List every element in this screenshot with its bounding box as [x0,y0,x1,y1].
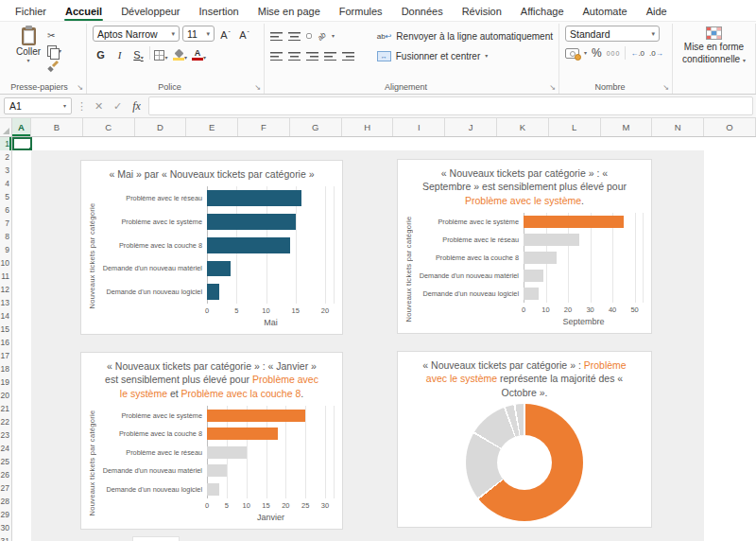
conditional-formatting-icon[interactable] [706,26,722,40]
donut-chart[interactable] [466,404,583,521]
column-header-j[interactable]: J [445,118,497,136]
bar[interactable] [207,237,290,253]
italic-button[interactable]: I [112,45,128,61]
percent-style-button[interactable]: % [592,46,602,60]
increase-decimal-icon[interactable]: ←.0 [630,49,644,58]
bar[interactable] [524,270,543,282]
align-left-icon[interactable] [270,51,283,61]
row-header-22[interactable]: 22 [0,415,11,428]
row-header-14[interactable]: 14 [0,309,11,323]
tab-insertion[interactable]: Insertion [190,2,249,21]
decrease-indent-icon[interactable] [324,51,336,61]
column-header-d[interactable]: D [135,118,187,136]
tab-formules[interactable]: Formules [330,2,392,21]
font-name-combo[interactable]: Aptos Narrow ▾ [93,26,180,42]
cancel-button[interactable]: ✕ [92,100,106,113]
worksheet-grid[interactable]: 1234567891011121314151617181920212223242… [0,137,756,541]
row-header-4[interactable]: 4 [0,177,11,190]
font-color-button[interactable]: A▾ [191,45,207,61]
orientation-icon[interactable]: ab [316,30,328,43]
row-header-25[interactable]: 25 [0,455,11,468]
row-header-5[interactable]: 5 [0,190,11,203]
row-header-20[interactable]: 20 [0,389,11,402]
row-header-8[interactable]: 8 [0,230,11,243]
row-header-29[interactable]: 29 [0,508,11,521]
clipboard-dialog-launcher[interactable]: ↘ [77,83,83,92]
insert-function-button[interactable]: fx [129,99,144,113]
copy-button[interactable]: ▾ [47,44,61,57]
merge-center-button[interactable]: ↔ Fusionner et centrer ▾ [377,48,553,63]
enter-button[interactable]: ✓ [111,100,125,113]
row-header-26[interactable]: 26 [0,468,11,481]
underline-button[interactable]: S▾ [130,45,146,61]
row-header-27[interactable]: 27 [0,481,11,495]
format-painter-button[interactable] [47,60,61,72]
tab-fichier[interactable]: Fichier [6,2,56,21]
tab-mise-en-page[interactable]: Mise en page [249,2,330,21]
column-header-b[interactable]: B [31,118,83,136]
column-header-l[interactable]: L [549,118,601,136]
active-cell-a1[interactable] [12,137,32,150]
bar[interactable] [207,446,247,459]
row-header-21[interactable]: 21 [0,402,11,415]
column-header-f[interactable]: F [238,118,290,136]
tab-donn-es[interactable]: Données [392,2,453,21]
bar[interactable] [207,190,301,206]
row-header-15[interactable]: 15 [0,323,11,336]
row-header-10[interactable]: 10 [0,256,11,270]
row-header-18[interactable]: 18 [0,362,11,375]
bar[interactable] [207,428,278,440]
bar[interactable] [524,252,557,264]
bold-button[interactable]: G [93,45,109,61]
select-all-corner[interactable] [0,118,12,136]
number-format-combo[interactable]: Standard ▾ [565,26,660,42]
tab-r-vision[interactable]: Révision [453,2,511,21]
row-header-16[interactable]: 16 [0,336,11,349]
row-header-31[interactable]: 31 [0,534,11,541]
row-header-11[interactable]: 11 [0,270,11,283]
name-box[interactable]: A1 ▾ [4,97,72,114]
formula-input[interactable] [148,96,753,115]
number-dialog-launcher[interactable]: ↘ [662,83,669,92]
row-header-17[interactable]: 17 [0,349,11,362]
grow-font-button[interactable]: Aˆ [217,26,233,42]
bar[interactable] [207,261,231,277]
wrap-text-button[interactable]: ab↩ Renvoyer à la ligne automatiquement [377,28,553,44]
row-header-6[interactable]: 6 [0,203,11,217]
accounting-format-icon[interactable] [565,48,579,59]
chart-octobre-donut[interactable]: « Nouveaux tickets par catégorie » : Pro… [397,351,652,528]
paste-button[interactable]: Coller ▾ [9,26,47,80]
row-header-2[interactable]: 2 [0,150,11,164]
font-size-combo[interactable]: 11 ▾ [182,26,215,42]
cut-button[interactable]: ✂ [47,29,61,42]
comma-style-button[interactable]: 000 [607,50,621,57]
bar[interactable] [207,483,219,496]
column-header-g[interactable]: G [290,118,342,136]
tab-accueil[interactable]: Accueil [56,2,112,21]
font-dialog-launcher[interactable]: ↘ [254,83,261,92]
align-center-icon[interactable] [288,51,301,61]
column-header-k[interactable]: K [497,118,549,136]
conditional-formatting-button[interactable]: Mise en forme conditionnelle ▾ [682,42,746,65]
bar[interactable] [207,464,227,477]
column-header-a[interactable]: A [12,118,31,136]
shrink-font-button[interactable]: Aˇ [236,26,252,42]
row-header-1[interactable]: 1 [0,137,11,150]
row-header-13[interactable]: 13 [0,296,11,309]
column-header-i[interactable]: I [393,118,445,136]
row-header-24[interactable]: 24 [0,442,11,455]
chart-janvier[interactable]: « Nouveaux tickets par catégorie » : « J… [80,352,343,530]
fill-color-button[interactable]: ▾ [172,45,188,61]
bar[interactable] [524,288,539,300]
borders-button[interactable]: ▾ [153,45,169,61]
column-header-e[interactable]: E [186,118,238,136]
chart-septembre[interactable]: « Nouveaux tickets par catégorie » : « S… [397,159,652,334]
tab-aide[interactable]: Aide [637,2,677,21]
column-header-c[interactable]: C [83,118,135,136]
tab-affichage[interactable]: Affichage [511,2,574,21]
bar[interactable] [207,284,219,300]
tab-d-veloppeur[interactable]: Développeur [112,2,189,21]
column-header-m[interactable]: M [601,118,653,136]
row-header-19[interactable]: 19 [0,375,11,389]
column-header-n[interactable]: N [652,118,704,136]
